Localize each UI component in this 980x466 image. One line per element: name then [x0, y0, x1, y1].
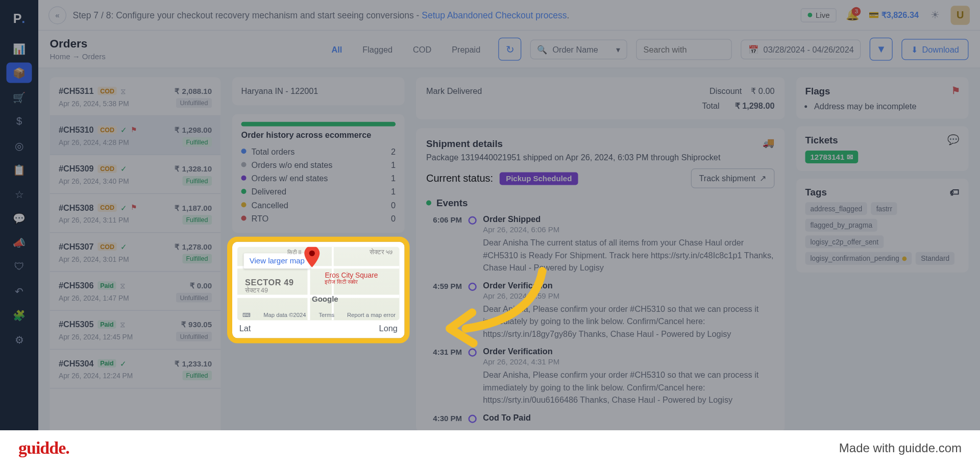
tag-icon[interactable]: 🏷 — [950, 186, 960, 197]
page-title: Orders — [50, 37, 106, 51]
nav-location-icon[interactable]: ◎ — [7, 135, 32, 156]
download-icon: ⬇ — [911, 44, 918, 54]
long-label: Long — [379, 323, 398, 333]
nav-star-icon[interactable]: ☆ — [7, 184, 32, 204]
nav-puzzle-icon[interactable]: 🧩 — [7, 305, 32, 326]
nav-money-icon[interactable]: $ — [7, 111, 32, 132]
google-logo: Google — [312, 295, 338, 304]
refresh-button[interactable]: ↻ — [498, 38, 521, 61]
nav-undo-icon[interactable]: ↶ — [7, 281, 32, 301]
tickets-box: Tickets💬 12783141 ✉ — [796, 127, 969, 171]
date-range[interactable]: 📅03/28/2024 - 04/26/2024 — [741, 39, 861, 59]
nav-cart-icon[interactable]: 🛒 — [7, 87, 32, 107]
nav-analytics-icon[interactable]: 📊 — [7, 38, 32, 59]
nav-chat-icon[interactable]: 💬 — [7, 208, 32, 229]
external-link-icon: ↗ — [760, 174, 767, 183]
chat-icon[interactable]: 💬 — [947, 134, 960, 146]
banner-link[interactable]: Setup Abandoned Checkout process — [422, 10, 567, 20]
flag-icon: ⚑ — [951, 85, 960, 96]
events-title: Events — [426, 197, 775, 208]
nav-megaphone-icon[interactable]: 📣 — [7, 232, 32, 253]
order-name-select[interactable]: 🔍Order Name▾ — [530, 39, 628, 59]
order-detail: Mark Delivered Discount ₹ 0.00 Total₹ 1,… — [416, 77, 785, 119]
bell-icon[interactable]: 🔔3 — [843, 8, 863, 21]
status-pill: Pickup Scheduled — [500, 172, 578, 185]
order-list: #CH5311COD⧖₹ 2,088.10Apr 26, 2024, 5:38 … — [50, 77, 221, 457]
tab-cod[interactable]: COD — [404, 39, 440, 59]
order-row[interactable]: #CH5309COD✓₹ 1,328.10Apr 26, 2024, 3:40 … — [50, 155, 221, 194]
breadcrumb: Home → Orders — [50, 53, 106, 62]
order-row[interactable]: #CH5306Paid⧖₹ 0.00Apr 26, 2024, 1:47 PMU… — [50, 272, 221, 311]
tab-prepaid[interactable]: Prepaid — [443, 39, 489, 59]
shipment-box: Shipment details 🚚 Package 1319440021951… — [416, 128, 785, 431]
ticket-badge[interactable]: 12783141 ✉ — [805, 151, 859, 163]
truck-icon: 🚚 — [763, 137, 775, 149]
tab-all[interactable]: All — [323, 39, 351, 59]
lat-label: Lat — [239, 323, 251, 333]
order-row[interactable]: #CH5310COD✓⚑₹ 1,298.00Apr 26, 2024, 4:28… — [50, 116, 221, 155]
avatar[interactable]: U — [951, 6, 970, 25]
nav-orders-icon[interactable]: 📦 — [7, 63, 32, 83]
search-input[interactable] — [636, 39, 732, 60]
map-box[interactable]: View larger map सेक्टर ५७ सिटी II Eros C… — [232, 241, 405, 338]
order-row[interactable]: #CH5305Paid⧖₹ 930.05Apr 26, 2024, 12:45 … — [50, 311, 221, 350]
tags-box: Tags🏷 address_flaggedfastrrflagged_by_pr… — [796, 179, 969, 273]
order-row[interactable]: #CH5304Paid✓₹ 1,233.10Apr 26, 2024, 12:2… — [50, 350, 221, 388]
order-row[interactable]: #CH5311COD⧖₹ 2,088.10Apr 26, 2024, 5:38 … — [50, 77, 221, 116]
sidebar: P. 📊 📦 🛒 $ ◎ 📋 ☆ 💬 📣 🛡 ↶ 🧩 ⚙ — [0, 0, 38, 466]
logo[interactable]: P. — [7, 7, 32, 31]
progress-bar — [241, 121, 396, 126]
live-badge: Live — [801, 8, 837, 22]
page-header: Orders Home → Orders All Flagged COD Pre… — [38, 31, 980, 68]
nav-shield-icon[interactable]: 🛡 — [7, 257, 32, 277]
svg-point-0 — [309, 251, 314, 256]
guidde-footer: guidde. Made with guidde.com — [0, 430, 980, 466]
map-pin-icon — [304, 247, 321, 270]
nav-clipboard-icon[interactable]: 📋 — [7, 160, 32, 180]
flags-box: Flags⚑ Address may be incomplete — [796, 77, 969, 118]
bell-badge: 3 — [852, 7, 861, 16]
collapse-button[interactable]: « — [48, 6, 66, 24]
filter-button[interactable]: ▼ — [870, 38, 893, 61]
guidde-brand: guidde. — [18, 438, 69, 458]
banner-step-text: Step 7 / 8: Configure your checkout reco… — [73, 10, 422, 20]
address-box: Haryana IN - 122001 — [232, 77, 405, 105]
order-row[interactable]: #CH5308COD✓⚑₹ 1,187.00Apr 26, 2024, 3:11… — [50, 194, 221, 233]
wallet-icon: 💳 — [869, 10, 879, 20]
nav-gear-icon[interactable]: ⚙ — [7, 329, 32, 350]
top-banner: « Step 7 / 8: Configure your checkout re… — [38, 0, 980, 31]
download-button[interactable]: ⬇Download — [901, 39, 968, 60]
track-shipment-button[interactable]: Track shipment↗ — [691, 168, 774, 188]
mark-delivered[interactable]: Mark Delivered — [426, 86, 482, 96]
theme-icon[interactable]: ☀ — [925, 9, 945, 21]
wallet[interactable]: 💳₹3,826.34 — [869, 10, 919, 20]
history-box: Order history across ecommerce Total ord… — [232, 114, 405, 233]
order-row[interactable]: #CH5307COD✓₹ 1,278.00Apr 26, 2024, 3:01 … — [50, 233, 221, 272]
map-image[interactable]: View larger map सेक्टर ५७ सिटी II Eros C… — [237, 247, 400, 320]
made-with: Made with guidde.com — [839, 441, 962, 455]
tab-flagged[interactable]: Flagged — [354, 39, 402, 59]
